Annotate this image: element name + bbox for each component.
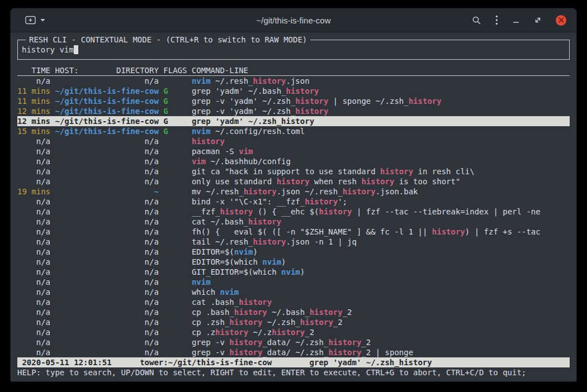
table-row[interactable]: 11 mins ~/git/this-is-fine-cow G grep 'y… <box>17 86 570 96</box>
cmd-segment: _data/ ~/.zsh_ <box>262 338 328 347</box>
dropdown-caret-icon <box>40 18 45 22</box>
cmd-segment: EDITOR=$(which <box>192 257 262 266</box>
cmd-segment: ) <box>300 267 305 276</box>
search-query-text: history vim <box>22 45 74 54</box>
cell-directory: n/a <box>55 288 158 297</box>
table-row[interactable]: n/a n/a only use standard history when r… <box>17 176 570 187</box>
cell-time: n/a <box>17 237 50 246</box>
cmd-segment: ~/.resh_ <box>211 77 253 85</box>
cmd-segment: in resh cli\ <box>413 167 475 176</box>
close-icon <box>558 17 564 23</box>
cmd-segment: nvim <box>234 247 253 256</box>
cell-time: n/a <box>17 348 50 357</box>
restore-button[interactable] <box>534 16 542 24</box>
cmd-segment: _2 <box>361 338 371 347</box>
cell-time: n/a <box>17 167 50 176</box>
cell-time: n/a <box>17 308 50 317</box>
table-row[interactable]: n/a n/a grep -v history_data/ ~/.zsh_his… <box>17 337 570 347</box>
table-row[interactable]: n/a n/a cp .bash_history ~/.bash_history… <box>17 307 570 317</box>
cmd-segment: _2 | sponge <box>361 348 413 357</box>
cmd-segment: cp .bash_ <box>192 308 234 317</box>
cell-directory: ~/git/this-is-fine-cow <box>55 107 158 116</box>
cell-directory: n/a <box>55 308 158 317</box>
cell-flags <box>163 157 187 166</box>
cmd-segment: only use standard <box>192 177 277 186</box>
close-button[interactable] <box>556 15 566 26</box>
table-row[interactable]: n/a n/a EDITOR=$(which nvim) <box>17 257 570 267</box>
cell-time: n/a <box>17 338 50 347</box>
menu-button[interactable] <box>495 15 498 25</box>
new-tab-icon <box>25 16 36 25</box>
cmd-segment: history <box>328 348 361 357</box>
table-row[interactable]: n/a n/a EDITOR=$(nvim) <box>17 247 570 257</box>
cmd-segment: _2 <box>305 328 314 337</box>
table-row[interactable]: 19 mins ~ mv ~/.resh_history.json ~/.res… <box>17 187 570 197</box>
history-table-body: n/a n/a nvim ~/.resh_history.json11 mins… <box>17 76 570 357</box>
table-header: TIME HOST: DIRECTORY FLAGS COMMAND-LINE <box>17 65 570 76</box>
search-input[interactable]: history vim <box>22 45 78 54</box>
cell-time: n/a <box>17 247 50 256</box>
cmd-segment: history <box>248 217 281 226</box>
cell-flags <box>163 77 187 85</box>
cmd-segment: () { __ehc $( <box>253 207 319 216</box>
table-row[interactable]: n/a n/a vim ~/.bashhub/config <box>17 156 570 166</box>
table-row[interactable]: n/a n/a fh() { eval $( ([ -n "$ZSH_NAME"… <box>17 227 570 237</box>
table-row[interactable]: n/a n/a GIT_EDITOR=$(which nvim) <box>17 267 570 277</box>
cell-directory: n/a <box>55 237 158 246</box>
cell-directory: n/a <box>55 348 158 357</box>
cell-directory: n/a <box>55 177 158 186</box>
table-row[interactable]: 12 mins ~/git/this-is-fine-cow G grep 'y… <box>17 116 570 126</box>
titlebar[interactable]: ~/git/this-is-fine-cow <box>11 8 576 32</box>
cmd-segment: history <box>277 177 310 186</box>
search-button[interactable] <box>472 16 481 25</box>
table-row[interactable]: n/a n/a __fzf_history () { __ehc $(histo… <box>17 207 570 217</box>
cmd-segment: cp .z <box>192 328 215 337</box>
table-row[interactable]: n/a n/a cat .bash_history <box>17 297 570 307</box>
cell-flags <box>163 267 187 276</box>
cell-flags <box>163 177 187 186</box>
cell-directory: ~/git/this-is-fine-cow <box>55 97 158 106</box>
table-row[interactable]: 12 mins ~/git/this-is-fine-cow G grep -v… <box>17 106 570 116</box>
table-row[interactable]: 15 mins ~/git/this-is-fine-cow G nvim ~/… <box>17 126 570 136</box>
table-row[interactable]: 11 mins ~/git/this-is-fine-cow G grep -v… <box>17 96 570 106</box>
cmd-segment: _2 <box>343 308 352 317</box>
table-row[interactable]: n/a n/a history <box>17 136 570 146</box>
cmd-segment: cat .bash_ <box>192 298 239 307</box>
table-row[interactable]: n/a n/a nvim <box>17 277 570 287</box>
cmd-segment: grep 'yadm' ~/.zsh_ <box>192 117 281 126</box>
cell-time: n/a <box>17 157 50 166</box>
table-row[interactable]: n/a n/a git ca "hack in support to use s… <box>17 166 570 176</box>
table-row[interactable]: n/a n/a tail ~/.resh_history.json -n 1 |… <box>17 237 570 247</box>
cell-flags <box>163 217 187 226</box>
table-row[interactable]: n/a n/a nvim ~/.resh_history.json <box>17 76 570 86</box>
cell-time: 19 mins <box>17 187 50 196</box>
table-row[interactable]: n/a n/a cp .zhistory ~/.zhistory_2 <box>17 327 570 337</box>
cmd-segment: history <box>328 338 361 347</box>
minimize-button[interactable] <box>512 16 520 24</box>
cmd-segment: history <box>310 308 343 317</box>
cell-time: n/a <box>17 197 50 206</box>
table-row[interactable]: n/a n/a pacman -S vim <box>17 146 570 156</box>
cmd-segment: _data/ ~/.zsh_ <box>262 348 328 357</box>
table-row[interactable]: n/a n/a cat ~/.bash_history <box>17 217 570 227</box>
table-row[interactable]: n/a n/a bind -x '"\C-x1": __fzf_history'… <box>17 197 570 207</box>
cell-time: n/a <box>17 318 50 327</box>
new-tab-dropdown-button[interactable] <box>40 18 45 22</box>
new-tab-button[interactable] <box>25 16 36 25</box>
cell-time: n/a <box>17 328 50 337</box>
table-row[interactable]: n/a n/a which nvim <box>17 287 570 297</box>
cell-time: n/a <box>17 137 50 146</box>
cmd-segment: history <box>300 318 333 327</box>
cell-time: 12 mins <box>17 107 50 116</box>
cmd-segment: history <box>239 298 272 307</box>
text-cursor <box>74 45 78 54</box>
cmd-segment: vim <box>239 147 253 156</box>
cmd-segment: cat ~/.bash_ <box>192 217 248 226</box>
cmd-segment: cp .zsh_ <box>192 318 229 327</box>
cmd-segment: history <box>361 177 394 186</box>
cmd-segment: history <box>253 77 286 85</box>
table-row[interactable]: n/a n/a grep -v history_data/ ~/.zsh_his… <box>17 347 570 357</box>
cmd-segment: EDITOR=$( <box>192 247 234 256</box>
table-row[interactable]: n/a n/a cp .zsh_history ~/.zsh_history_2 <box>17 317 570 327</box>
cmd-segment: nvim <box>262 257 281 266</box>
